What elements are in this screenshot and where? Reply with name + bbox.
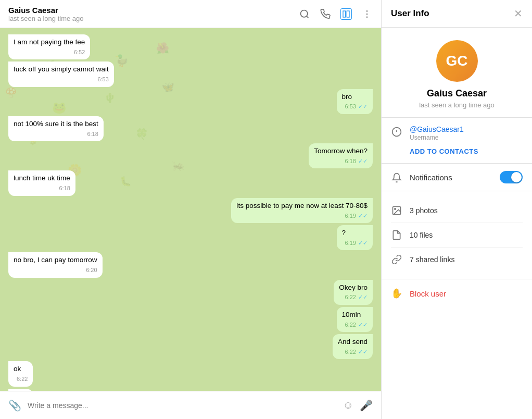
emoji-icon[interactable]: ☺: [343, 399, 353, 411]
add-to-contacts-button[interactable]: ADD TO CONTACTS: [410, 147, 478, 155]
message-row: ok 6:29: [8, 389, 373, 391]
message-row: no bro, I can pay tomorrow 6:20: [8, 252, 373, 277]
message-text: 10min: [342, 311, 361, 318]
read-checkmark: ✓✓: [358, 103, 368, 110]
chat-contact-name: Gaius Caesar: [8, 6, 84, 15]
message-text: I am not paying the fee: [14, 38, 85, 46]
attach-icon[interactable]: 📎: [8, 399, 21, 412]
message-text: lunch time uk time: [14, 174, 70, 182]
avatar: GC: [436, 40, 478, 82]
message-bubble: Its possible to pay me now at least 70-8…: [231, 198, 373, 223]
message-time: 6:22: [345, 293, 356, 301]
notifications-row: Notifications: [391, 171, 523, 183]
message-bubble: 10min 6:22 ✓✓: [337, 307, 373, 332]
message-row: Its possible to pay me now at least 70-8…: [8, 198, 373, 223]
panel-title: User Info: [391, 8, 429, 19]
message-text: Okey bro: [339, 284, 368, 291]
svg-point-4: [366, 10, 368, 11]
more-options-icon[interactable]: [361, 8, 373, 20]
links-icon: [391, 254, 402, 265]
message-bubble: ok 6:22: [8, 361, 33, 386]
info-circle-icon: [391, 126, 402, 138]
message-time: 6:52: [74, 48, 85, 56]
message-time: 6:18: [87, 130, 98, 138]
message-row: And send 6:22 ✓✓: [8, 334, 373, 359]
svg-point-0: [301, 10, 308, 17]
message-row: fuck off you simply cannot wait 6:53: [8, 61, 373, 87]
message-text: not 100% sure it is the best: [14, 120, 98, 128]
message-text: ok: [14, 365, 21, 373]
message-time: 6:20: [86, 266, 97, 274]
phone-icon[interactable]: [320, 8, 331, 20]
message-bubble: ok 6:29: [8, 389, 33, 391]
chat-footer: 📎 ☺ 🎤: [0, 391, 381, 419]
message-time: 6:18: [59, 184, 70, 192]
search-icon[interactable]: [299, 8, 310, 20]
message-text: no bro, I can pay tomorrow: [14, 256, 97, 264]
message-bubble: no bro, I can pay tomorrow 6:20: [8, 252, 103, 277]
message-bubble: Okey bro 6:22 ✓✓: [334, 280, 373, 305]
photos-label: 3 photos: [410, 206, 438, 215]
bell-icon: [391, 172, 402, 183]
message-row: ok 6:22: [8, 361, 373, 386]
user-name: Gaius Caesar: [427, 88, 487, 99]
read-checkmark: ✓✓: [358, 293, 368, 301]
chat-messages: 🐟 🌿 🐢 🦆 🌺 🍄 🐸 🌵 🦋 🌻 🐌 🍀 🐣 🌼 🐛 🦗 I am not…: [0, 28, 381, 391]
message-text: Tomorrow when?: [314, 147, 368, 155]
message-time: 6:18: [345, 157, 356, 165]
close-panel-button[interactable]: ✕: [514, 7, 523, 20]
block-user-label: Block user: [410, 289, 446, 298]
links-row[interactable]: 7 shared links: [391, 248, 523, 272]
microphone-icon[interactable]: 🎤: [360, 399, 373, 412]
message-row: ? 6:19 ✓✓: [8, 225, 373, 250]
message-row: Okey bro 6:22 ✓✓: [8, 280, 373, 305]
message-time: 6:19: [345, 239, 356, 247]
block-icon: ✋: [391, 288, 402, 299]
photos-icon: [391, 205, 402, 216]
user-info-panel: User Info ✕ GC Gaius Caesar last seen a …: [381, 0, 532, 419]
files-row[interactable]: 10 files: [391, 223, 523, 248]
username-label: Username: [410, 134, 464, 141]
notifications-toggle[interactable]: [500, 171, 523, 183]
username-row: @GaiusCaesar1 Username: [391, 125, 523, 141]
message-time: 6:22: [345, 321, 356, 329]
message-time: 6:19: [345, 212, 356, 220]
chat-header: Gaius Caesar last seen a long time ago: [0, 0, 381, 28]
chat-header-left: Gaius Caesar last seen a long time ago: [8, 6, 84, 22]
message-bubble: I am not paying the fee 6:52: [8, 34, 90, 59]
layout-icon[interactable]: [340, 8, 352, 20]
message-row: Tomorrow when? 6:18 ✓✓: [8, 143, 373, 168]
chat-header-icons: [299, 8, 373, 20]
svg-point-6: [366, 16, 368, 18]
read-checkmark: ✓✓: [358, 348, 368, 356]
block-user-section[interactable]: ✋ Block user: [382, 279, 532, 307]
svg-line-1: [307, 16, 309, 18]
panel-header: User Info ✕: [382, 0, 532, 28]
message-row: not 100% sure it is the best 6:18: [8, 116, 373, 141]
photos-row[interactable]: 3 photos: [391, 199, 523, 223]
svg-rect-2: [343, 11, 346, 17]
message-text: Its possible to pay me now at least 70-8…: [236, 202, 368, 210]
message-time: 6:22: [345, 348, 356, 356]
message-row: bro 6:53 ✓✓: [8, 89, 373, 114]
message-text: And send: [338, 338, 368, 346]
message-bubble: bro 6:53 ✓✓: [337, 89, 373, 114]
toggle-knob: [511, 172, 522, 182]
username-value: @GaiusCaesar1: [410, 125, 464, 133]
files-icon: [391, 229, 402, 241]
message-input[interactable]: [28, 401, 337, 410]
user-status: last seen a long time ago: [419, 101, 495, 109]
chat-contact-status: last seen a long time ago: [8, 15, 84, 22]
message-time: 6:53: [345, 103, 356, 110]
message-text: bro: [342, 93, 352, 101]
user-info-section: @GaiusCaesar1 Username ADD TO CONTACTS: [382, 118, 532, 164]
message-time: 6:22: [17, 375, 28, 383]
chat-area: Gaius Caesar last seen a long time ago 🐟…: [0, 0, 381, 419]
message-row: lunch time uk time 6:18: [8, 170, 373, 195]
read-checkmark: ✓✓: [358, 157, 368, 165]
message-row: I am not paying the fee 6:52: [8, 34, 373, 59]
message-bubble: lunch time uk time 6:18: [8, 170, 75, 195]
message-bubble: ? 6:19 ✓✓: [337, 225, 373, 250]
message-bubble: And send 6:22 ✓✓: [333, 334, 373, 359]
read-checkmark: ✓✓: [358, 321, 368, 329]
